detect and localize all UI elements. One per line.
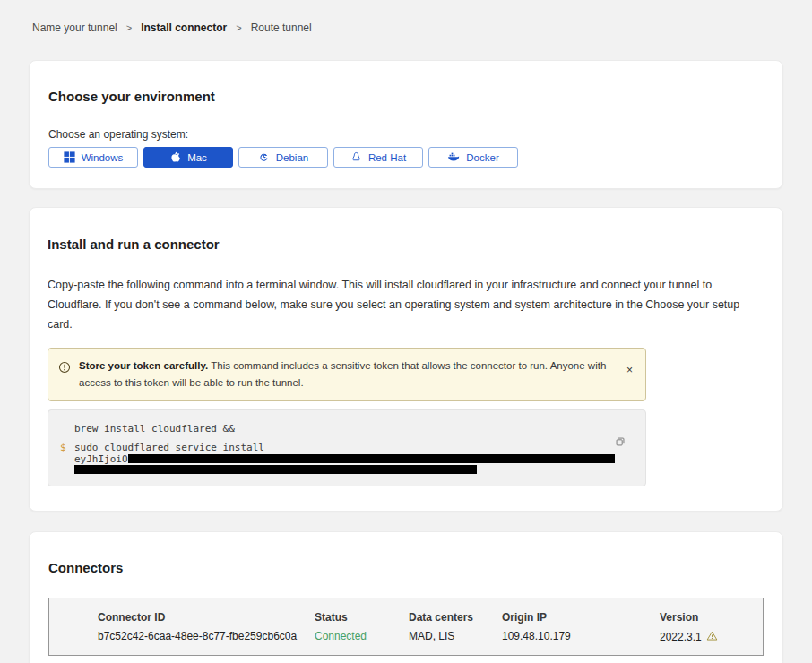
os-button-label: Docker xyxy=(466,152,498,163)
connectors-table: Connector ID Status Data centers Origin … xyxy=(48,598,764,656)
code-line-token: eyJhIjoiO xyxy=(61,453,633,465)
column-header-origin-ip: Origin IP xyxy=(502,611,660,624)
column-header-version: Version xyxy=(660,611,763,624)
version-value: 2022.3.1 xyxy=(660,630,763,644)
code-line-1: brew install cloudflared && xyxy=(61,423,633,435)
os-select-label: Choose an operating system: xyxy=(48,128,764,141)
environment-card-title: Choose your environment xyxy=(48,89,764,104)
apple-icon xyxy=(169,151,181,163)
install-card-title: Install and run a connector xyxy=(48,237,764,252)
install-card-description: Copy-paste the following command into a … xyxy=(48,276,764,335)
connector-id-value: b7c52c42-6caa-48ee-8c77-fbe259cb6c0a xyxy=(98,630,315,644)
breadcrumb-separator: > xyxy=(236,22,241,33)
token-prefix: eyJhIjoiO xyxy=(74,453,128,465)
install-connector-card: Install and run a connector Copy-paste t… xyxy=(29,207,783,512)
os-button-label: Windows xyxy=(82,152,124,163)
os-button-debian[interactable]: Debian xyxy=(238,147,328,168)
origin-ip-value: 109.48.10.179 xyxy=(502,630,660,644)
os-button-redhat[interactable]: Red Hat xyxy=(333,147,423,168)
breadcrumb-name-your-tunnel[interactable]: Name your tunnel xyxy=(32,22,117,34)
os-button-label: Mac xyxy=(187,152,207,163)
os-button-group: Windows Mac Debian Red Hat xyxy=(48,147,764,168)
status-badge: Connected xyxy=(315,630,409,644)
os-button-docker[interactable]: Docker xyxy=(428,147,518,168)
install-command-code-block: $ brew install cloudflared && sudo cloud… xyxy=(48,409,646,486)
version-warning-icon xyxy=(706,630,718,644)
breadcrumb-install-connector[interactable]: Install connector xyxy=(141,22,227,34)
breadcrumb-route-tunnel[interactable]: Route tunnel xyxy=(251,22,312,34)
warning-title: Store your token carefully. xyxy=(79,360,208,371)
os-button-label: Debian xyxy=(276,152,308,163)
docker-icon xyxy=(447,151,460,163)
windows-icon xyxy=(64,151,75,163)
debian-icon xyxy=(258,151,270,163)
token-warning-banner: Store your token carefully. This command… xyxy=(48,348,646,401)
column-header-connector-id: Connector ID xyxy=(98,611,315,624)
environment-card: Choose your environment Choose an operat… xyxy=(29,60,783,189)
breadcrumb: Name your tunnel > Install connector > R… xyxy=(0,0,812,34)
shell-prompt: $ xyxy=(60,442,66,453)
os-button-label: Red Hat xyxy=(368,152,406,163)
warning-text: Store your token carefully. This command… xyxy=(79,357,617,392)
redacted-token-bar xyxy=(74,465,477,474)
code-line-2: sudo cloudflared service install xyxy=(61,442,633,453)
copy-icon[interactable] xyxy=(612,434,628,452)
redhat-icon xyxy=(350,151,362,163)
os-button-windows[interactable]: Windows xyxy=(48,147,138,168)
connectors-card: Connectors Connector ID Status Data cent… xyxy=(29,531,783,663)
breadcrumb-separator: > xyxy=(126,22,132,33)
redacted-token-bar xyxy=(128,454,615,463)
data-centers-value: MAD, LIS xyxy=(409,630,502,644)
column-header-data-centers: Data centers xyxy=(409,611,502,624)
version-number: 2022.3.1 xyxy=(660,631,702,643)
os-button-mac[interactable]: Mac xyxy=(143,147,233,168)
connectors-card-title: Connectors xyxy=(48,560,764,575)
alert-circle-icon xyxy=(58,361,71,377)
close-icon[interactable]: × xyxy=(625,365,635,375)
column-header-status: Status xyxy=(315,611,409,624)
